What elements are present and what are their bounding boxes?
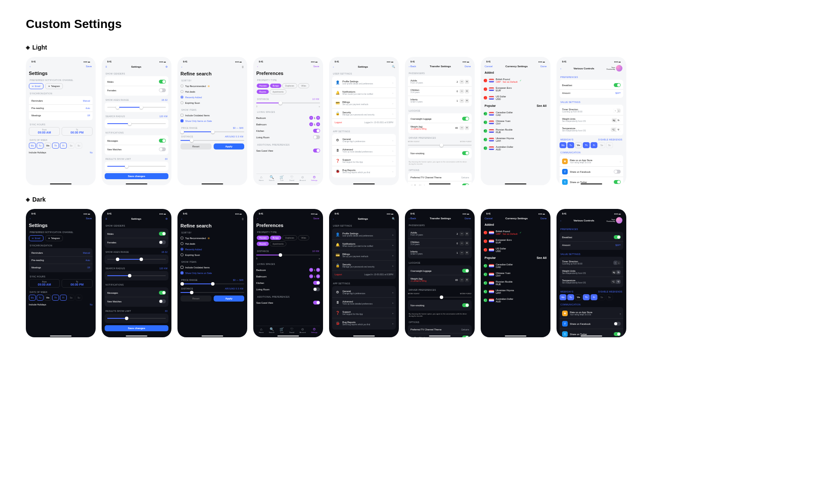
- row-billings[interactable]: 💳BillingsSet up your payment methods›: [335, 251, 393, 259]
- slider-limit[interactable]: [107, 166, 166, 167]
- toggle-seacoast[interactable]: [313, 301, 320, 305]
- toggle-tw[interactable]: [614, 180, 621, 184]
- radio-expire[interactable]: Expiring Soon: [180, 100, 244, 106]
- radio-top[interactable]: Top Recommended ⊕: [180, 235, 244, 241]
- time-to[interactable]: To06:00 PM: [62, 279, 93, 288]
- row-prereading[interactable]: Pre-readingAuto: [31, 258, 90, 263]
- stepper-weight[interactable]: −+: [460, 126, 469, 130]
- row-advanced[interactable]: 🎚AdvancedTune up more detailed preferenc…: [335, 146, 393, 155]
- row-reminders[interactable]: RemindersManual: [31, 98, 90, 103]
- row-support[interactable]: ❓SupportGet support for this App›: [335, 157, 393, 165]
- channel-email[interactable]: ✉ Email: [29, 83, 44, 89]
- toggle-messages[interactable]: [159, 139, 166, 143]
- row-reminders[interactable]: RemindersManual: [31, 250, 90, 255]
- save-link[interactable]: Save: [86, 65, 92, 68]
- back-icon[interactable]: ‹: [181, 65, 182, 68]
- stepper-bedroom[interactable]: −1+: [309, 116, 320, 120]
- slider-limit[interactable]: [107, 318, 166, 319]
- back-icon[interactable]: ‹: [257, 65, 258, 68]
- row-security[interactable]: 🔒SecurityManage your passwords and secur…: [335, 109, 393, 118]
- seg-timer[interactable]: ↑↓: [613, 261, 621, 265]
- save-link[interactable]: Save: [313, 217, 319, 220]
- cur-uah[interactable]: +Ukrainian HryvnaUAH: [484, 287, 547, 296]
- toggle-females[interactable]: [159, 240, 166, 244]
- toggle-living[interactable]: [313, 135, 320, 139]
- cur-rub[interactable]: +Russian RoubleRUB: [484, 127, 547, 135]
- slider-price[interactable]: [180, 283, 244, 284]
- cancel-link[interactable]: Cancel: [485, 217, 493, 220]
- cur-cny[interactable]: +Chinese YuanCNY: [484, 270, 547, 279]
- cur-cad[interactable]: +Canadian DollarCAD: [484, 109, 547, 118]
- tab-settings[interactable]: ⚙Settings: [311, 327, 317, 333]
- disable-weekends-link[interactable]: DISABLE WEEKENDS: [598, 290, 622, 293]
- tab-home[interactable]: ⌂Home: [259, 327, 264, 333]
- chip-apts[interactable]: Apartments: [270, 89, 287, 94]
- stepper-bathroom[interactable]: −1+: [309, 274, 320, 278]
- stepper-infants[interactable]: −+: [460, 99, 469, 103]
- row-general[interactable]: ⚙GeneralChange App's preferences›: [335, 136, 393, 144]
- cb-onsale[interactable]: Show Only Items on Sale: [180, 118, 244, 124]
- chip-bungs[interactable]: Bungs: [270, 84, 281, 88]
- save-button[interactable]: Save changes: [105, 173, 168, 179]
- toggle-fb[interactable]: [614, 170, 621, 174]
- radio-hot[interactable]: Hot deals: [180, 89, 244, 94]
- toggle-nonsmoking[interactable]: [462, 303, 469, 307]
- back-icon[interactable]: ‹: [560, 67, 561, 70]
- channel-telegram[interactable]: ✈ Telegram: [45, 235, 63, 241]
- reset-button[interactable]: Reset: [180, 296, 211, 302]
- cb-outdated[interactable]: Include Outdated Items: [180, 264, 244, 270]
- row-billings[interactable]: 💳BillingsSet up your payment methods›: [335, 99, 393, 107]
- gear-icon[interactable]: ⚙: [165, 65, 168, 68]
- search-icon[interactable]: 🔍: [392, 217, 395, 220]
- radio-expire[interactable]: Expiring Soon: [180, 252, 244, 258]
- toggle-breakfast[interactable]: [614, 83, 621, 87]
- tab-saved[interactable]: ♡Saved: [289, 327, 294, 333]
- tab-saved[interactable]: ♡Saved: [289, 175, 294, 181]
- radio-recent[interactable]: Recently Added: [180, 246, 244, 252]
- channel-telegram[interactable]: ✈ Telegram: [45, 83, 63, 89]
- cur-eur[interactable]: −European EuroEUR: [484, 85, 547, 93]
- back-icon[interactable]: ‹: [560, 219, 561, 222]
- chip-rooms[interactable]: Rooms: [257, 242, 269, 246]
- back-icon[interactable]: ‹: [333, 218, 334, 220]
- chip-houses[interactable]: Houses: [257, 236, 269, 240]
- chip-duplex[interactable]: Duplexes: [282, 235, 297, 240]
- channel-email[interactable]: ✉ Email: [29, 235, 44, 241]
- toggle-overweight[interactable]: [462, 269, 469, 273]
- chip-houses[interactable]: Houses: [257, 84, 269, 88]
- back-icon[interactable]: ‹: [181, 218, 182, 220]
- tab-cart[interactable]: 🛒Cart: [280, 327, 284, 333]
- cb-outdated[interactable]: Include Outdated Items: [180, 112, 244, 118]
- row-advanced[interactable]: 🎚AdvancedTune up more detailed preferenc…: [335, 299, 393, 307]
- row-support[interactable]: ❓SupportGet support for this App›: [335, 309, 393, 317]
- back-icon[interactable]: ‹: [333, 65, 334, 68]
- cur-eur[interactable]: −European EuroEUR: [484, 237, 547, 246]
- row-bugs[interactable]: 🐞Bug ReportsSend bug reports which you f…: [335, 319, 393, 327]
- radio-top[interactable]: Top Recommended ⊕: [180, 83, 244, 89]
- chip-villas[interactable]: Villas: [298, 235, 309, 240]
- avatar[interactable]: [616, 217, 622, 224]
- weekday-selector[interactable]: MoTuWeThFrSaSu: [560, 142, 623, 148]
- slider-driver[interactable]: [408, 145, 472, 146]
- chip-villas[interactable]: Villas: [298, 83, 309, 88]
- toggle-messages[interactable]: [159, 291, 166, 295]
- chip-rooms[interactable]: Rooms: [257, 90, 269, 94]
- apply-button[interactable]: Apply: [214, 143, 245, 149]
- toggle-matches[interactable]: [159, 299, 166, 303]
- back-link[interactable]: ‹ Back: [409, 65, 416, 68]
- see-all-link[interactable]: See All: [537, 104, 547, 107]
- tab-search[interactable]: 🔍Search: [269, 327, 274, 333]
- cur-usd[interactable]: −US DollarUSD: [484, 246, 547, 254]
- time-from[interactable]: From09:00 AM: [29, 127, 60, 136]
- toggle-females[interactable]: [159, 88, 166, 92]
- row-security[interactable]: 🔒SecurityManage your passwords and secur…: [335, 261, 393, 270]
- tab-account[interactable]: ☺Account: [299, 327, 305, 333]
- row-rate[interactable]: ★Rate us on App StoreYour rating helps u…: [562, 309, 621, 317]
- stepper-children[interactable]: −+: [460, 89, 469, 93]
- cur-rub[interactable]: +Russian RoubleRUB: [484, 279, 547, 287]
- row-meetings[interactable]: MeetingsOff: [31, 113, 90, 118]
- seg-units[interactable]: kglb: [612, 118, 621, 122]
- tab-search[interactable]: 🔍Search: [269, 175, 274, 181]
- stepper-bedroom[interactable]: −1+: [309, 268, 320, 272]
- row-notifications[interactable]: 🔔NotificationsWhen would you want to be …: [335, 89, 393, 97]
